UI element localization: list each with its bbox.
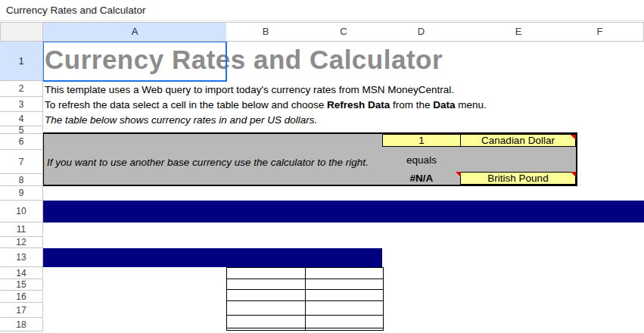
row-header-1[interactable]: 1 [0,42,43,81]
table-row [227,268,384,279]
equals-label: equals [382,153,461,168]
instruction-line-2: To refresh the data select a cell in the… [45,99,487,110]
column-header-D[interactable]: D [382,22,461,42]
row-header-3[interactable]: 3 [0,97,43,112]
empty-cell[interactable] [306,316,384,328]
instruction-line-1: This template uses a Web query to import… [45,84,454,95]
data-menu-label: Data [433,99,455,110]
empty-cell[interactable] [227,316,306,328]
result-cell[interactable]: #N/A [382,172,461,185]
row-header-17[interactable]: 17 [0,303,43,318]
empty-cell[interactable] [227,328,306,331]
row-header-9[interactable]: 9 [0,186,43,201]
to-currency-cell[interactable]: British Pound [460,172,576,185]
document-titlebar: Currency Rates and Calculator [0,0,644,21]
row-header-8[interactable]: 8 [0,174,43,186]
instruction-line-2-mid: from the [390,99,433,110]
row-header-7[interactable]: 7 [0,150,43,174]
empty-cell[interactable] [227,279,306,290]
table-row [227,328,384,331]
spreadsheet-app: Currency Rates and Calculator ABCDEF 123… [0,0,644,333]
empty-cell[interactable] [306,290,384,301]
navy-banner-row10[interactable] [43,201,644,223]
table-row [227,316,384,328]
row-header-13[interactable]: 13 [0,248,43,267]
amount-input-cell[interactable]: 1 [382,134,461,147]
row-header-5[interactable]: 5 [0,126,43,134]
row-headers: 123456789101112131415161718 [0,42,43,331]
column-headers: ABCDEF [0,22,644,42]
column-header-C[interactable]: C [305,22,383,42]
column-header-E[interactable]: E [460,22,577,42]
instruction-line-2-post: menu. [456,99,487,110]
row-header-18[interactable]: 18 [0,318,43,331]
column-header-B[interactable]: B [226,22,306,42]
empty-cell[interactable] [227,290,306,301]
row-header-15[interactable]: 15 [0,279,43,291]
column-header-F[interactable]: F [577,22,624,42]
row-header-2[interactable]: 2 [0,81,43,97]
refresh-data-label: Refresh Data [327,99,390,110]
from-currency-cell[interactable]: Canadian Dollar [460,134,576,147]
empty-cell[interactable] [227,301,306,316]
sheet-heading-text: Currency Rates and Calculator [45,45,443,75]
comment-indicator-icon [571,135,576,140]
column-header-A[interactable]: A [43,22,227,42]
empty-cell[interactable] [306,279,384,290]
column-header-partial[interactable] [623,22,644,42]
table-row [227,290,384,301]
instruction-line-2-pre: To refresh the data select a cell in the… [45,99,327,110]
currency-calculator-box: If you want to use another base currency… [43,132,577,186]
row-header-6[interactable]: 6 [0,134,43,150]
empty-cell[interactable] [306,268,384,279]
calculator-note: If you want to use another base currency… [47,157,369,168]
comment-indicator-icon [571,172,576,177]
row-header-14[interactable]: 14 [0,267,43,279]
sheet-grid[interactable]: Currency Rates and Calculator This templ… [43,42,644,333]
instruction-line-3: The table below shows currency rates in … [45,114,317,126]
navy-banner-row13[interactable] [43,248,382,267]
select-all-corner[interactable] [0,22,43,42]
row-header-10[interactable]: 10 [0,201,43,223]
row-header-11[interactable]: 11 [0,223,43,237]
empty-cell[interactable] [227,268,306,279]
row-header-12[interactable]: 12 [0,237,43,248]
empty-cell[interactable] [306,328,384,331]
document-title: Currency Rates and Calculator [6,0,146,21]
table-row [227,279,384,290]
row-header-16[interactable]: 16 [0,291,43,303]
empty-cell[interactable] [306,301,384,316]
comment-indicator-icon [456,172,461,177]
table-row [227,301,384,316]
currency-rates-table [226,267,384,331]
